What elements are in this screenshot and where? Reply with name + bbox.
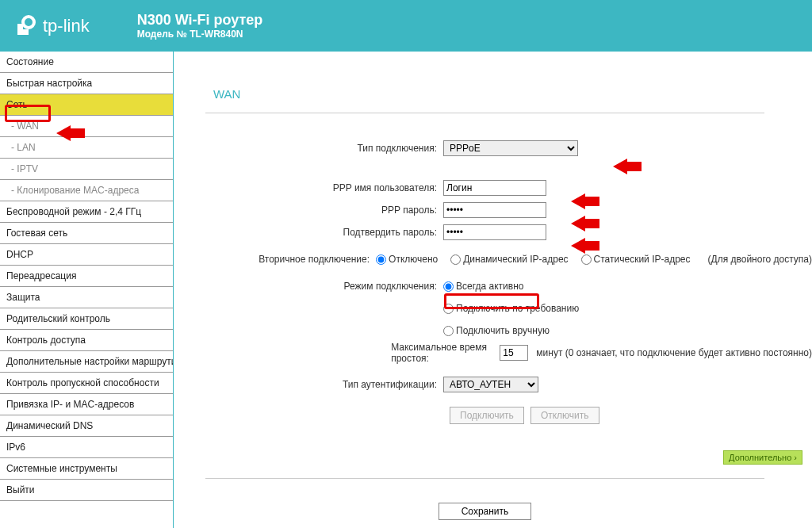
ppp-user-input[interactable] [443,180,546,196]
header: tp-link N300 Wi-Fi роутер Модель № TL-WR… [0,0,812,52]
sidebar-item-system[interactable]: Системные инструменты [0,458,173,480]
product-info: N300 Wi-Fi роутер Модель № TL-WR840N [137,12,263,40]
tplink-icon [14,14,38,38]
sidebar-item-quick-setup[interactable]: Быстрая настройка [0,73,173,94]
save-row: Сохранить [205,478,764,520]
mode-demand-option[interactable]: Подключить по требованию [443,303,579,314]
product-title: N300 Wi-Fi роутер [137,12,263,29]
ppp-pass-label: PPP пароль: [205,205,443,216]
mode-always-option[interactable]: Всегда активно [443,281,523,292]
ppp-user-label: PPP имя пользователя: [205,182,443,193]
sec-dyn-radio[interactable] [450,254,461,265]
sidebar-item-wireless[interactable]: Беспроводной режим - 2,4 ГГц [0,201,173,223]
svg-point-0 [23,17,34,28]
mode-always-radio[interactable] [443,281,454,292]
sec-hint: (Для двойного доступа) [708,254,812,265]
sidebar-item-ipv6[interactable]: IPv6 [0,437,173,458]
conn-type-select[interactable]: PPPoE [443,140,578,156]
main-panel: WAN Тип подключения: PPPoE PPP имя польз… [173,52,812,528]
sidebar-item-status[interactable]: Состояние [0,52,173,73]
sidebar-item-mac-clone[interactable]: - Клонирование MAC-адреса [0,180,173,201]
sidebar-item-ddns[interactable]: Динамический DNS [0,415,173,437]
sidebar-item-ipmac[interactable]: Привязка IP- и MAC-адресов [0,394,173,415]
svg-rect-2 [17,29,29,35]
sec-off-radio[interactable] [376,254,386,265]
sidebar-item-wan[interactable]: - WAN [0,116,173,137]
brand-logo: tp-link [14,14,90,38]
auth-label: Тип аутентификации: [205,379,443,390]
mode-manual-option[interactable]: Подключить вручную [443,325,550,336]
mode-label: Режим подключения: [205,281,443,292]
auth-select[interactable]: АВТО_АУТЕН [443,377,538,392]
sidebar-item-logout[interactable]: Выйти [0,480,173,501]
wan-form: Тип подключения: PPPoE PPP имя пользоват… [205,113,812,424]
sec-stat-radio[interactable] [581,254,592,265]
sidebar-item-parental[interactable]: Родительский контроль [0,308,173,330]
save-button[interactable]: Сохранить [439,503,532,520]
sidebar-item-dhcp[interactable]: DHCP [0,244,173,266]
chevron-right-icon: › [794,453,797,462]
sec-off-option[interactable]: Отключено [376,254,438,265]
ppp-pass-input[interactable] [443,202,546,218]
disconnect-button[interactable]: Отключить [530,407,599,424]
mode-manual-radio[interactable] [443,326,454,336]
additional-button[interactable]: Дополнительно › [723,450,802,465]
connect-button[interactable]: Подключить [450,407,524,424]
sec-dyn-option[interactable]: Динамический IP-адрес [450,254,568,265]
ppp-pass2-input[interactable] [443,224,546,240]
sidebar-item-access[interactable]: Контроль доступа [0,330,173,351]
mode-demand-radio[interactable] [443,304,454,314]
sidebar-item-security[interactable]: Защита [0,287,173,308]
brand-text: tp-link [43,16,90,36]
idle-input[interactable] [500,345,528,361]
sidebar: Состояние Быстрая настройка Сеть - WAN -… [0,52,173,528]
idle-hint: минут (0 означает, что подключение будет… [536,347,812,358]
page-title: WAN [205,52,764,113]
sidebar-item-bandwidth[interactable]: Контроль пропускной способности [0,373,173,394]
sidebar-item-routing[interactable]: Дополнительные настройки маршрутизации [0,351,173,373]
sec-stat-option[interactable]: Статический IP-адрес [581,254,691,265]
sidebar-item-network[interactable]: Сеть [0,94,173,116]
product-model: Модель № TL-WR840N [137,29,263,40]
ppp-pass2-label: Подтвердить пароль: [205,227,443,238]
idle-label: Максимальное время простоя: [391,342,496,364]
sidebar-item-iptv[interactable]: - IPTV [0,159,173,180]
sidebar-item-forwarding[interactable]: Переадресация [0,266,173,287]
sidebar-item-guest[interactable]: Гостевая сеть [0,223,173,244]
sec-conn-label: Вторичное подключение: [205,254,376,265]
conn-type-label: Тип подключения: [205,143,443,154]
sidebar-item-lan[interactable]: - LAN [0,137,173,159]
